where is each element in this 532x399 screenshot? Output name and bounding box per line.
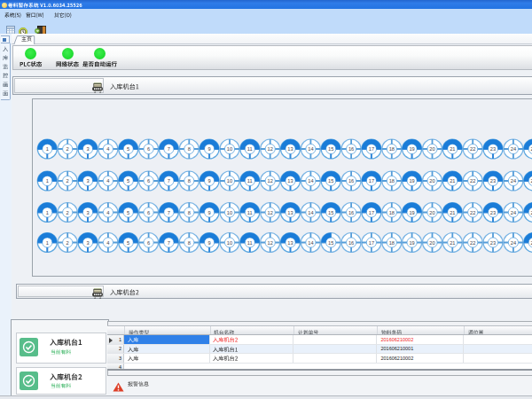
svg-text:19: 19 <box>409 210 414 215</box>
svg-text:5: 5 <box>127 240 129 246</box>
svg-text:2: 2 <box>66 210 69 215</box>
svg-text:19: 19 <box>409 178 414 184</box>
svg-text:4: 4 <box>106 146 109 152</box>
svg-text:1: 1 <box>46 210 49 215</box>
svg-text:16: 16 <box>348 146 354 152</box>
svg-text:9: 9 <box>208 178 211 184</box>
svg-text:12: 12 <box>268 146 273 152</box>
svg-text:3: 3 <box>86 240 89 246</box>
svg-text:22: 22 <box>470 240 475 246</box>
svg-text:10: 10 <box>227 240 232 246</box>
svg-text:23: 23 <box>490 240 496 246</box>
svg-text:4: 4 <box>106 240 109 246</box>
svg-text:5: 5 <box>127 178 129 184</box>
svg-text:17: 17 <box>369 146 374 152</box>
svg-text:4: 4 <box>106 210 109 215</box>
svg-text:16: 16 <box>348 210 354 215</box>
svg-text:20: 20 <box>429 210 434 215</box>
svg-text:14: 14 <box>308 210 313 215</box>
svg-text:23: 23 <box>490 146 496 152</box>
svg-text:7: 7 <box>168 146 170 152</box>
svg-text:11: 11 <box>247 178 253 184</box>
svg-text:5: 5 <box>127 210 129 215</box>
svg-text:14: 14 <box>308 178 313 184</box>
svg-text:17: 17 <box>369 178 374 184</box>
svg-text:10: 10 <box>227 178 232 184</box>
svg-text:14: 14 <box>308 146 313 152</box>
svg-text:3: 3 <box>86 210 89 215</box>
svg-text:7: 7 <box>168 210 170 215</box>
svg-text:2: 2 <box>66 178 69 184</box>
svg-text:6: 6 <box>147 178 150 184</box>
svg-text:23: 23 <box>490 210 496 215</box>
svg-text:4: 4 <box>106 178 109 184</box>
svg-text:8: 8 <box>188 146 191 152</box>
svg-text:1: 1 <box>46 178 49 184</box>
svg-text:13: 13 <box>287 240 293 246</box>
svg-text:7: 7 <box>168 178 170 184</box>
svg-text:7: 7 <box>168 240 170 246</box>
svg-text:21: 21 <box>450 178 455 184</box>
svg-text:13: 13 <box>287 178 293 184</box>
svg-text:11: 11 <box>247 146 253 152</box>
svg-text:6: 6 <box>147 210 150 215</box>
svg-text:24: 24 <box>511 240 516 246</box>
svg-text:20: 20 <box>429 240 434 246</box>
svg-text:13: 13 <box>287 146 293 152</box>
svg-text:3: 3 <box>86 178 89 184</box>
svg-text:23: 23 <box>490 178 496 184</box>
svg-text:15: 15 <box>328 240 333 246</box>
svg-text:13: 13 <box>287 210 293 215</box>
svg-text:10: 10 <box>227 146 232 152</box>
svg-text:22: 22 <box>470 210 475 215</box>
svg-text:3: 3 <box>86 146 89 152</box>
svg-text:8: 8 <box>188 240 191 246</box>
svg-text:1: 1 <box>46 240 49 246</box>
svg-text:17: 17 <box>369 210 374 215</box>
svg-text:20: 20 <box>429 178 434 184</box>
svg-text:10: 10 <box>227 210 232 215</box>
svg-text:19: 19 <box>409 146 414 152</box>
svg-text:15: 15 <box>328 178 333 184</box>
svg-text:5: 5 <box>127 146 129 152</box>
svg-text:24: 24 <box>511 178 516 184</box>
svg-text:18: 18 <box>389 240 395 246</box>
svg-text:16: 16 <box>348 178 354 184</box>
svg-text:9: 9 <box>208 210 211 215</box>
svg-text:15: 15 <box>328 210 333 215</box>
svg-text:18: 18 <box>389 178 395 184</box>
svg-text:6: 6 <box>147 146 150 152</box>
svg-text:11: 11 <box>247 240 253 246</box>
svg-text:24: 24 <box>511 210 516 215</box>
svg-text:22: 22 <box>470 178 475 184</box>
svg-text:21: 21 <box>450 146 455 152</box>
svg-text:6: 6 <box>147 240 150 246</box>
svg-text:2: 2 <box>66 146 69 152</box>
svg-text:24: 24 <box>511 146 516 152</box>
svg-text:14: 14 <box>308 240 313 246</box>
svg-text:20: 20 <box>429 146 434 152</box>
svg-text:18: 18 <box>389 210 395 215</box>
svg-text:8: 8 <box>188 178 191 184</box>
svg-text:18: 18 <box>389 146 395 152</box>
svg-text:9: 9 <box>208 146 211 152</box>
svg-text:12: 12 <box>268 178 273 184</box>
svg-text:19: 19 <box>409 240 414 246</box>
svg-text:9: 9 <box>208 240 211 246</box>
svg-text:12: 12 <box>268 210 273 215</box>
svg-text:15: 15 <box>328 146 333 152</box>
svg-text:21: 21 <box>450 210 455 215</box>
svg-text:17: 17 <box>369 240 374 246</box>
svg-text:2: 2 <box>66 240 69 246</box>
svg-text:12: 12 <box>268 240 273 246</box>
svg-text:21: 21 <box>450 240 455 246</box>
svg-text:11: 11 <box>247 210 253 215</box>
svg-text:22: 22 <box>470 146 475 152</box>
svg-text:8: 8 <box>188 210 191 215</box>
svg-text:16: 16 <box>348 240 354 246</box>
svg-text:1: 1 <box>46 146 49 152</box>
